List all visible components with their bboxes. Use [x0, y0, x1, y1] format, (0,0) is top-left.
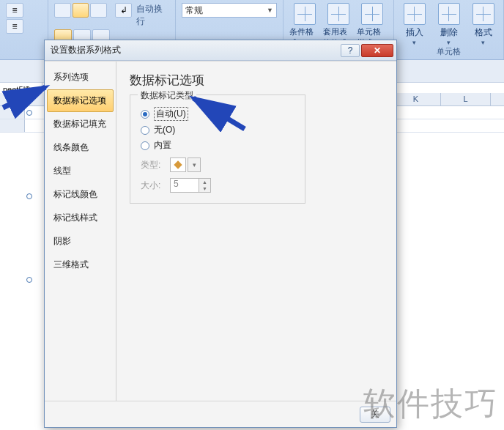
insert-icon — [404, 3, 426, 25]
insert-button[interactable]: 插入 ▾ — [400, 3, 429, 46]
size-label: 大小: — [141, 179, 170, 192]
watermark: 软件技巧 — [363, 382, 498, 426]
format-icon — [472, 3, 494, 25]
col-header[interactable]: K — [391, 93, 441, 105]
diamond-icon — [174, 160, 182, 168]
percent-btn[interactable] — [211, 19, 239, 40]
marker-type-row: 类型: ▾ — [141, 157, 294, 172]
valign-middle[interactable] — [73, 3, 89, 18]
valign-top[interactable] — [54, 3, 71, 18]
delete-icon — [438, 3, 460, 25]
close-icon: ✕ — [374, 45, 381, 56]
format-button[interactable]: 格式 ▾ — [469, 3, 497, 46]
type-label: 类型: — [141, 159, 170, 171]
radio-icon — [141, 141, 149, 150]
dialog-nav: 系列选项 数据标记选项 数据标记填充 线条颜色 线型 标记线颜色 标记线样式 阴… — [45, 62, 116, 401]
marker-type-swatch[interactable] — [170, 157, 186, 172]
nav-series-options[interactable]: 系列选项 — [47, 66, 114, 89]
marker-size-spinner[interactable]: 5 ▲ ▼ — [170, 178, 211, 193]
format-data-series-dialog: 设置数据系列格式 ? ✕ 系列选项 数据标记选项 数据标记填充 线条颜色 线型 … — [44, 40, 397, 428]
table-format-icon — [327, 3, 349, 25]
nav-shadow[interactable]: 阴影 — [47, 230, 114, 253]
valign-bottom[interactable] — [90, 3, 107, 18]
currency-btn[interactable] — [182, 19, 210, 40]
marker-size-row: 大小: 5 ▲ ▼ — [141, 178, 294, 193]
wrap-text-label: 自动换行 — [136, 3, 169, 28]
radio-builtin[interactable]: 内置 — [141, 139, 294, 152]
marker-type-dropdown[interactable]: ▾ — [188, 157, 201, 172]
cells-group-label: 单元格 — [400, 46, 497, 59]
nav-line-color[interactable]: 线条颜色 — [47, 136, 114, 159]
chevron-down-icon: ▼ — [267, 7, 273, 14]
dialog-title: 设置数据系列格式 — [51, 44, 121, 56]
close-button[interactable]: ✕ — [361, 44, 393, 57]
radio-auto[interactable]: 自动(U) — [141, 107, 294, 121]
radio-icon — [141, 110, 149, 119]
align-left-icon[interactable]: ≡ — [6, 19, 23, 34]
cell-style-icon — [361, 3, 383, 25]
radio-none-label: 无(O) — [154, 124, 175, 136]
radio-builtin-label: 内置 — [154, 139, 171, 152]
nav-marker-line-style[interactable]: 标记线样式 — [47, 207, 114, 229]
dialog-footer: 关 — [45, 401, 396, 427]
marker-type-fieldset: 数据标记类型 自动(U) 无(O) 内置 类型: ▾ — [130, 94, 305, 204]
panel-title: 数据标记选项 — [130, 72, 383, 89]
size-value[interactable]: 5 — [170, 178, 199, 193]
nav-marker-fill[interactable]: 数据标记填充 — [47, 113, 114, 136]
radio-none[interactable]: 无(O) — [141, 124, 294, 136]
wrap-text-icon[interactable]: ↲ — [115, 3, 132, 18]
cond-format-icon — [294, 3, 316, 25]
dialog-content: 数据标记选项 数据标记类型 自动(U) 无(O) 内置 类型: — [116, 62, 396, 401]
nav-line-style[interactable]: 线型 — [47, 160, 114, 182]
dialog-titlebar[interactable]: 设置数据系列格式 ? ✕ — [45, 40, 396, 61]
nav-3d-format[interactable]: 三维格式 — [47, 253, 114, 276]
number-format-value: 常规 — [185, 4, 203, 17]
help-button[interactable]: ? — [341, 44, 360, 57]
align-top-icon[interactable]: ≡ — [6, 3, 23, 18]
delete-button[interactable]: 删除 ▾ — [434, 3, 463, 46]
number-format-dropdown[interactable]: 常规 ▼ — [182, 3, 277, 18]
nav-marker-line-color[interactable]: 标记线颜色 — [47, 183, 114, 206]
spinner-up-icon[interactable]: ▲ — [199, 179, 210, 185]
col-header[interactable]: L — [441, 93, 491, 105]
spinner-down-icon[interactable]: ▼ — [199, 185, 210, 192]
nav-marker-options[interactable]: 数据标记选项 — [47, 89, 114, 112]
radio-icon — [141, 126, 149, 135]
col-header[interactable]: C — [0, 93, 25, 105]
fieldset-legend: 数据标记类型 — [138, 89, 196, 102]
radio-auto-label: 自动(U) — [154, 107, 188, 121]
